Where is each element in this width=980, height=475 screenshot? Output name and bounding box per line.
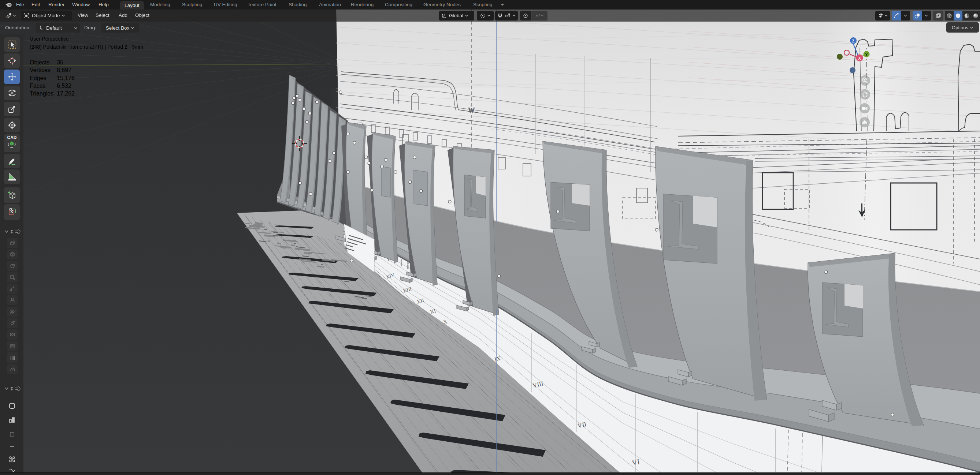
svg-text:X: X [858,56,861,60]
svg-text:VI: VI [631,458,640,467]
svg-text:Z: Z [852,39,854,43]
svg-text:W: W [468,107,475,114]
svg-text:Y: Y [865,52,867,57]
